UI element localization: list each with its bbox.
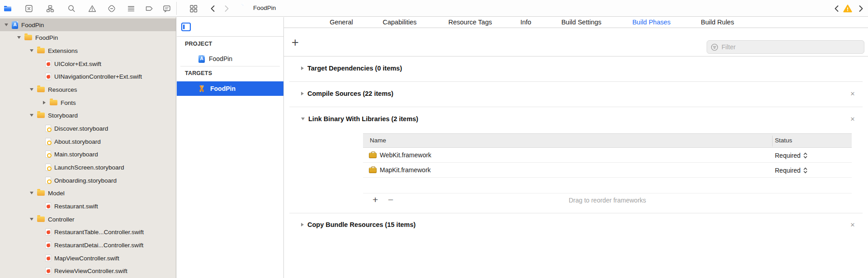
sidebar-item-file[interactable]: MapViewController.swift — [0, 252, 176, 264]
window-toolbar: FoodPin — [0, 0, 868, 17]
close-icon[interactable]: ✕ — [849, 221, 856, 229]
sidebar-item-file[interactable]: LaunchScreen.storyboard — [0, 161, 176, 174]
toggle-projects-list-icon[interactable] — [181, 22, 191, 32]
column-header-status: Status — [775, 137, 792, 144]
sidebar-item-group[interactable]: Model — [0, 187, 176, 199]
forward-icon[interactable] — [221, 3, 232, 14]
project-file-icon — [12, 21, 18, 29]
sidebar-item-group[interactable]: Extensions — [0, 44, 176, 57]
storyboard-file-icon — [45, 151, 51, 158]
sidebar-item-file[interactable]: UINavigationController+Ext.swift — [0, 70, 176, 83]
filter-input[interactable] — [722, 43, 848, 51]
status-stepper[interactable] — [803, 166, 808, 174]
sidebar-item-file[interactable]: RestaurantDetai...Controller.swift — [0, 239, 176, 251]
related-items-icon[interactable] — [188, 3, 199, 14]
section-copy-bundle-resources[interactable]: Copy Bundle Resources (15 items) — [301, 221, 415, 228]
storyboard-file-icon — [45, 125, 51, 132]
disclosure-open-icon[interactable] — [16, 36, 22, 39]
sidebar-item-file[interactable]: Main.storyboard — [0, 148, 176, 160]
sidebar-item-file[interactable]: Restaurant.swift — [0, 200, 176, 212]
swift-file-icon — [45, 203, 51, 210]
targets-section-header: TARGETS — [185, 70, 212, 76]
storyboard-file-icon — [45, 177, 51, 184]
framework-icon — [369, 168, 377, 173]
warning-icon[interactable] — [842, 3, 853, 14]
section-divider — [289, 213, 863, 213]
table-row[interactable]: WebKit.framework Required — [363, 148, 852, 163]
filter-field[interactable] — [707, 40, 864, 54]
add-build-phase-button[interactable]: + — [289, 36, 301, 50]
find-navigator-icon[interactable] — [66, 3, 77, 14]
issue-navigator-icon[interactable] — [87, 3, 98, 14]
target-item-selected[interactable]: FoodPin — [177, 81, 283, 96]
table-row[interactable]: MapKit.framework Required — [363, 163, 852, 178]
disclosure-closed-icon[interactable] — [301, 223, 304, 226]
folder-icon — [37, 48, 45, 53]
project-item[interactable]: FoodPin — [177, 52, 283, 66]
section-link-binary[interactable]: Link Binary With Libraries (2 items) — [301, 115, 418, 123]
table-header: Name Status — [363, 133, 852, 148]
sidebar-item-file[interactable]: Onboarding.storyboard — [0, 174, 176, 187]
storyboard-file-icon — [45, 164, 51, 171]
swift-file-icon — [45, 73, 51, 80]
symbol-navigator-icon[interactable] — [45, 3, 56, 14]
disclosure-closed-icon[interactable] — [301, 92, 304, 95]
sidebar-item-file[interactable]: UIColor+Ext.swift — [0, 57, 176, 70]
section-target-dependencies[interactable]: Target Dependencies (0 items) — [301, 65, 402, 72]
report-navigator-icon[interactable] — [161, 3, 172, 14]
disclosure-open-icon[interactable] — [29, 192, 34, 194]
sidebar-item-file[interactable]: ReviewViewController.swift — [0, 264, 176, 277]
framework-icon — [369, 153, 377, 158]
filter-icon — [711, 43, 718, 51]
tab-info[interactable]: Info — [520, 19, 531, 26]
folder-icon — [37, 217, 45, 222]
disclosure-open-icon[interactable] — [29, 88, 34, 91]
column-divider[interactable] — [772, 136, 773, 146]
close-icon[interactable]: ✕ — [849, 116, 856, 123]
project-navigator: FoodPin FoodPin Extensions UIColor+Ext.s… — [0, 17, 176, 278]
tab-capabilities[interactable]: Capabilities — [383, 19, 417, 26]
project-navigator-icon[interactable] — [2, 3, 13, 14]
tab-build-phases[interactable]: Build Phases — [632, 19, 671, 26]
sidebar-item-file[interactable]: Discover.storyboard — [0, 122, 176, 135]
section-compile-sources[interactable]: Compile Sources (22 items) — [301, 90, 393, 97]
sidebar-item-group[interactable]: Fonts — [0, 96, 176, 109]
sidebar-item-project[interactable]: FoodPin — [0, 19, 176, 31]
source-control-navigator-icon[interactable] — [24, 3, 34, 14]
disclosure-open-icon[interactable] — [29, 49, 34, 52]
swift-file-icon — [45, 241, 51, 249]
back-icon[interactable] — [208, 3, 218, 14]
tab-build-rules[interactable]: Build Rules — [701, 19, 734, 26]
test-navigator-icon[interactable] — [106, 3, 117, 14]
tab-build-settings[interactable]: Build Settings — [561, 19, 602, 26]
disclosure-open-icon[interactable] — [301, 118, 305, 120]
close-icon[interactable]: ✕ — [849, 90, 856, 98]
toolbar-divider — [284, 56, 868, 57]
editor-pane: General Capabilities Resource Tags Info … — [284, 17, 868, 278]
next-issue-icon[interactable] — [855, 3, 866, 14]
debug-navigator-icon[interactable] — [126, 3, 137, 14]
swift-file-icon — [45, 228, 51, 236]
project-targets-panel: PROJECT FoodPin TARGETS FoodPin — [177, 17, 284, 278]
tab-general[interactable]: General — [330, 19, 353, 26]
sidebar-item-group[interactable]: Storyboard — [0, 109, 176, 122]
folder-icon — [24, 35, 32, 40]
status-stepper[interactable] — [803, 151, 808, 160]
sidebar-item-file[interactable]: RestaurantTable...Controller.swift — [0, 226, 176, 238]
section-divider — [289, 107, 863, 107]
previous-issue-icon[interactable] — [831, 3, 842, 14]
disclosure-open-icon[interactable] — [4, 24, 9, 26]
sidebar-item-group[interactable]: FoodPin — [0, 31, 176, 44]
breakpoint-navigator-icon[interactable] — [144, 3, 155, 14]
toolbar-divider — [176, 2, 177, 15]
tab-resource-tags[interactable]: Resource Tags — [448, 19, 492, 26]
disclosure-closed-icon[interactable] — [42, 101, 47, 104]
sidebar-item-group[interactable]: Resources — [0, 83, 176, 96]
sidebar-item-file[interactable]: About.storyboard — [0, 135, 176, 148]
jump-bar-file-name[interactable]: FoodPin — [253, 5, 276, 11]
sidebar-item-group[interactable]: Controller — [0, 213, 176, 226]
disclosure-open-icon[interactable] — [29, 114, 34, 117]
storyboard-file-icon — [45, 138, 51, 145]
disclosure-open-icon[interactable] — [29, 218, 34, 221]
disclosure-closed-icon[interactable] — [301, 66, 304, 70]
